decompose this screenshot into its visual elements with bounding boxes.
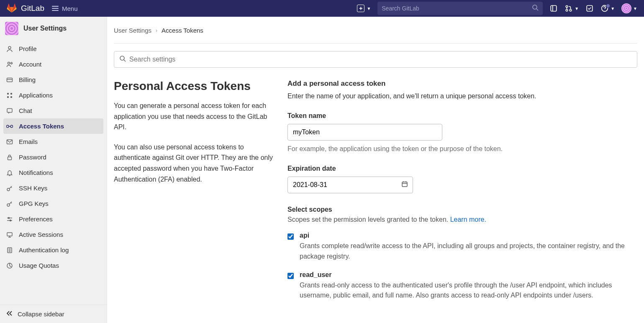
menu-button[interactable]: Menu	[52, 5, 78, 12]
token-name-label: Token name	[287, 112, 637, 120]
svg-line-1	[536, 9, 538, 10]
learn-more-link[interactable]: Learn more.	[450, 216, 486, 223]
sidebar-item-applications[interactable]: Applications	[0, 87, 107, 103]
svg-point-28	[10, 220, 11, 221]
chevron-down-icon: ▼	[575, 6, 579, 11]
svg-rect-17	[7, 108, 12, 112]
section-description-1: You can generate a personal access token…	[114, 100, 279, 133]
scopes-title: Select scopes	[287, 206, 637, 213]
svg-line-38	[124, 60, 126, 62]
sessions-icon	[6, 231, 13, 238]
token-name-input[interactable]	[287, 124, 442, 141]
sidebar-item-gpg-keys[interactable]: GPG Keys	[0, 196, 107, 211]
avatar	[621, 3, 631, 13]
svg-rect-15	[7, 96, 9, 98]
sidebar-item-label: Access Tokens	[19, 123, 64, 130]
sidebar-item-preferences[interactable]: Preferences	[0, 211, 107, 227]
sidebar: User Settings Profile Account Billing Ap…	[0, 17, 107, 323]
sidebar-item-active-sessions[interactable]: Active Sessions	[0, 227, 107, 242]
calendar-icon[interactable]	[401, 181, 408, 189]
sidebar-item-ssh-keys[interactable]: SSH Keys	[0, 180, 107, 196]
plus-icon: +	[357, 5, 364, 12]
hamburger-icon	[52, 5, 59, 12]
sidebar-item-password[interactable]: Password	[0, 149, 107, 165]
merge-request-icon	[564, 5, 573, 12]
help-icon	[600, 5, 609, 12]
profile-icon	[6, 46, 13, 52]
svg-point-5	[570, 9, 572, 11]
chevron-right-icon: ›	[156, 28, 157, 33]
avatar	[5, 22, 18, 35]
user-menu[interactable]: ▼	[621, 3, 637, 13]
sidebar-item-label: Password	[19, 154, 46, 161]
global-search[interactable]	[377, 2, 543, 15]
sidebar-item-notifications[interactable]: Notifications	[0, 165, 107, 180]
token-name-help: For example, the application using the t…	[287, 144, 637, 154]
svg-rect-29	[7, 233, 12, 236]
sidebar-item-label: Chat	[19, 107, 32, 114]
merge-requests-nav[interactable]: ▼	[564, 5, 579, 12]
scope-checkbox-api[interactable]	[287, 233, 294, 240]
collapse-icon	[6, 310, 13, 318]
svg-point-8	[8, 46, 11, 49]
svg-rect-2	[551, 5, 557, 11]
svg-point-37	[120, 56, 124, 60]
search-icon	[532, 4, 539, 13]
scope-checkbox-read-user[interactable]	[287, 273, 294, 279]
top-navbar: GitLab Menu + ▼ ▼ ▼ ▼	[0, 0, 644, 17]
key-icon	[6, 185, 13, 192]
svg-rect-11	[7, 78, 13, 82]
form-subtitle: Enter the name of your application, and …	[287, 91, 637, 101]
sidebar-item-profile[interactable]: Profile	[0, 41, 107, 56]
emails-icon	[6, 138, 13, 145]
sidebar-item-access-tokens[interactable]: Access Tokens	[3, 118, 103, 134]
scope-item-read-user: read_user Grants read-only access to the…	[287, 271, 637, 301]
scope-description: Grants complete read/write access to the…	[300, 241, 637, 262]
breadcrumb-parent[interactable]: User Settings	[114, 27, 151, 34]
sidebar-header: User Settings	[0, 17, 107, 41]
search-settings	[114, 51, 637, 68]
billing-icon	[6, 77, 13, 83]
svg-point-9	[8, 62, 10, 64]
section-description-2: You can also use personal access tokens …	[114, 142, 279, 185]
expiry-input[interactable]	[287, 177, 413, 193]
password-icon	[6, 154, 13, 161]
sidebar-item-authentication-log[interactable]: Authentication log	[0, 242, 107, 258]
sidebar-item-account[interactable]: Account	[0, 56, 107, 72]
search-input[interactable]	[382, 5, 532, 12]
breadcrumb-current: Access Tokens	[162, 27, 203, 34]
create-new-dropdown[interactable]: + ▼	[357, 5, 371, 12]
todos-nav-icon[interactable]	[585, 5, 594, 12]
account-icon	[6, 61, 13, 68]
sidebar-item-label: Notifications	[19, 169, 53, 176]
sidebar-item-emails[interactable]: Emails	[0, 134, 107, 149]
sidebar-item-chat[interactable]: Chat	[0, 103, 107, 118]
preferences-icon	[6, 216, 13, 223]
svg-rect-16	[10, 96, 12, 98]
main-content: User Settings › Access Tokens Personal A…	[107, 17, 644, 323]
expiry-label: Expiration date	[287, 165, 637, 172]
brand-text: GitLab	[21, 4, 44, 13]
quotas-icon	[6, 262, 13, 269]
help-nav[interactable]: ▼	[600, 5, 615, 12]
page-title: Personal Access Tokens	[114, 79, 279, 93]
svg-point-10	[11, 62, 13, 64]
issues-nav-icon[interactable]	[549, 5, 558, 12]
sidebar-item-usage-quotas[interactable]: Usage Quotas	[0, 258, 107, 273]
gitlab-logo[interactable]: GitLab	[7, 3, 44, 13]
sidebar-item-billing[interactable]: Billing	[0, 72, 107, 87]
scopes-sub-text: Scopes set the permission levels granted…	[287, 216, 450, 223]
sidebar-item-label: GPG Keys	[19, 200, 49, 207]
svg-point-27	[8, 217, 10, 218]
svg-rect-39	[402, 182, 407, 187]
svg-rect-13	[7, 93, 9, 95]
access-tokens-icon	[6, 123, 13, 130]
search-icon	[119, 55, 126, 64]
collapse-sidebar[interactable]: Collapse sidebar	[0, 305, 107, 323]
scopes-subtitle: Scopes set the permission levels granted…	[287, 216, 637, 223]
search-settings-input[interactable]	[129, 56, 632, 63]
scope-label: read_user	[300, 271, 637, 279]
log-icon	[6, 247, 13, 254]
chevron-down-icon: ▼	[367, 6, 371, 11]
notifications-icon	[6, 169, 13, 176]
